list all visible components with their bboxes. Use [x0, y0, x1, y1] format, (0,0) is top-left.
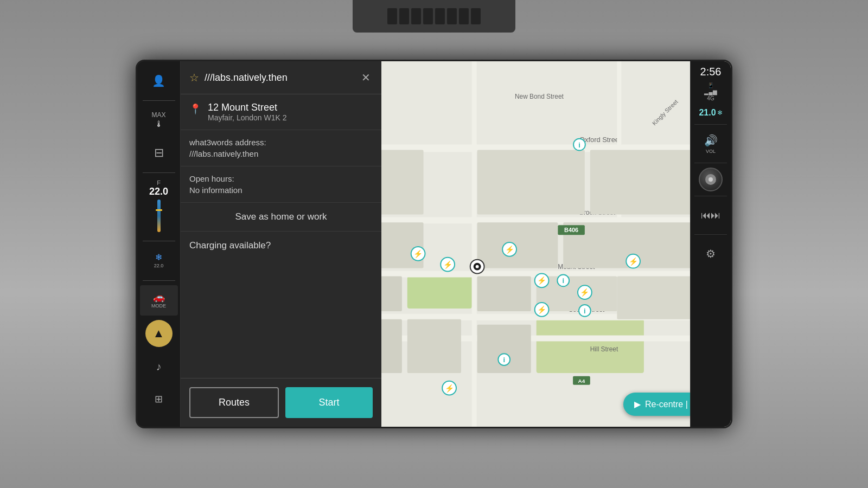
sidebar-item-apps[interactable]: ⊞ — [140, 384, 178, 414]
svg-rect-35 — [407, 319, 461, 373]
music-icon: ♪ — [156, 361, 162, 372]
popup-panel: ☆ ///labs.natively.then ✕ 📍 12 Mount Str… — [181, 61, 381, 427]
w3w-label: what3words address: — [189, 138, 373, 147]
temp-value: 22.0 — [149, 186, 168, 197]
car-icon: 🚗 — [153, 292, 165, 302]
address-sub: Mayfair, London W1K 2 — [208, 113, 287, 122]
routes-button[interactable]: Routes — [189, 387, 279, 418]
right-divider-4 — [694, 234, 727, 235]
fan-level: 22.0 — [154, 263, 164, 268]
right-status-panel: 2:56 📱 ▂▄▆ 4G 21.0 ❄ 🔊 VOL — [690, 61, 731, 427]
save-label: Save as home or work — [235, 211, 327, 222]
right-temp-value: 21.0 — [699, 108, 716, 118]
charging-label: Charging available? — [189, 240, 271, 251]
recentre-arrow-icon: ▶ — [634, 399, 641, 409]
svg-rect-29 — [590, 150, 698, 215]
svg-text:⚡: ⚡ — [629, 257, 639, 266]
vol-label: VOL — [706, 149, 716, 154]
svg-text:i: i — [503, 356, 505, 364]
popup-charging-button[interactable]: Charging available? — [181, 232, 381, 260]
heat-icon: 🌡 — [155, 119, 163, 129]
settings-icon: ⚙ — [706, 247, 716, 260]
media-icon: ⏮⏭ — [701, 210, 720, 221]
svg-text:⚡: ⚡ — [445, 384, 455, 393]
left-sidebar: 👤 MAX 🌡 ⊟ F 22.0 — [137, 61, 181, 427]
svg-text:i: i — [578, 141, 580, 149]
svg-rect-28 — [477, 150, 585, 215]
temp-letter: F — [157, 179, 161, 186]
signal-bars-icon: ▂▄▆ — [704, 89, 717, 95]
star-icon[interactable]: ☆ — [189, 71, 199, 84]
svg-text:⚡: ⚡ — [537, 276, 547, 285]
right-divider-2 — [694, 163, 727, 163]
sidebar-divider-3 — [143, 241, 175, 241]
svg-text:⚡: ⚡ — [443, 260, 453, 269]
sidebar-item-music[interactable]: ♪ — [140, 351, 178, 382]
signal-4g-icon: 4G — [707, 95, 714, 101]
svg-text:A4: A4 — [578, 378, 585, 384]
car-surround: 👤 MAX 🌡 ⊟ F 22.0 — [0, 0, 868, 488]
svg-rect-30 — [477, 222, 558, 268]
w3w-value: ///labs.natively.then — [189, 149, 373, 158]
svg-text:i: i — [562, 277, 564, 285]
svg-text:Oxford Street: Oxford Street — [579, 136, 621, 144]
main-screen: 👤 MAX 🌡 ⊟ F 22.0 — [136, 60, 732, 428]
sidebar-divider-1 — [143, 100, 175, 101]
right-time: 2:56 — [700, 66, 722, 78]
sidebar-item-profile[interactable]: 👤 — [140, 66, 178, 96]
hours-value: No information — [189, 185, 373, 195]
right-settings-button[interactable]: ⚙ — [694, 239, 727, 268]
right-vol-button[interactable]: 🔊 VOL — [694, 129, 727, 158]
apps-icon: ⊞ — [155, 394, 163, 404]
svg-text:⚡: ⚡ — [537, 305, 547, 314]
popup-title: ///labs.natively.then — [205, 72, 354, 84]
signal-indicators: 📱 ▂▄▆ 4G — [704, 82, 717, 101]
sidebar-divider-4 — [143, 280, 175, 281]
right-media-button[interactable]: ⏮⏭ — [694, 201, 727, 230]
temp-bar — [157, 200, 161, 232]
temp-section: F 22.0 — [137, 177, 180, 236]
popup-address: 📍 12 Mount Street Mayfair, London W1K 2 — [181, 94, 381, 130]
sidebar-item-nav[interactable]: ▲ — [145, 320, 173, 347]
address-text: 12 Mount Street Mayfair, London W1K 2 — [208, 102, 287, 122]
popup-header: ☆ ///labs.natively.then ✕ — [181, 61, 381, 94]
popup-w3w-info: what3words address: ///labs.natively.the… — [181, 130, 381, 166]
sidebar-item-heat-grid[interactable]: ⊟ — [140, 138, 178, 168]
fan-icon: ❄ — [155, 253, 162, 262]
svg-text:⚡: ⚡ — [505, 245, 515, 254]
svg-rect-3 — [407, 276, 472, 308]
sidebar-divider-2 — [143, 172, 175, 173]
close-button[interactable]: ✕ — [359, 69, 373, 86]
nav-arrow-icon: ▲ — [153, 328, 165, 339]
temp-indicator — [156, 209, 162, 211]
mode-label: MODE — [151, 303, 166, 309]
popup-save-button[interactable]: Save as home or work — [181, 203, 381, 232]
svg-text:i: i — [584, 307, 586, 315]
right-divider-3 — [694, 196, 727, 196]
right-knob[interactable] — [699, 168, 723, 191]
right-divider-1 — [694, 124, 727, 125]
snowflake-icon: ❄ — [717, 109, 723, 117]
svg-text:⚡: ⚡ — [413, 249, 423, 259]
sidebar-item-max[interactable]: MAX 🌡 — [140, 105, 178, 136]
max-icon: MAX — [151, 112, 165, 118]
svg-text:New Bond Street: New Bond Street — [515, 93, 564, 100]
knob-center — [709, 177, 713, 182]
svg-rect-20 — [472, 61, 477, 427]
sidebar-item-mode[interactable]: 🚗 MODE — [140, 285, 178, 316]
popup-action-buttons: Routes Start — [181, 378, 381, 427]
heat-grid-icon: ⊟ — [154, 147, 164, 159]
hours-label: Open hours: — [189, 174, 373, 183]
start-button[interactable]: Start — [285, 387, 373, 418]
sidebar-item-fan[interactable]: ❄ 22.0 — [140, 246, 178, 276]
svg-text:B406: B406 — [564, 227, 578, 233]
svg-rect-32 — [477, 276, 531, 311]
right-temp-section: 21.0 ❄ — [699, 108, 722, 118]
svg-rect-37 — [617, 276, 698, 319]
top-vent — [353, 0, 515, 33]
vol-icon: 🔊 — [704, 134, 718, 147]
svg-text:Hill Street: Hill Street — [590, 345, 618, 353]
address-main: 12 Mount Street — [208, 102, 287, 113]
location-icon: 📍 — [189, 103, 201, 115]
temp-display: 22.0 — [149, 186, 168, 197]
